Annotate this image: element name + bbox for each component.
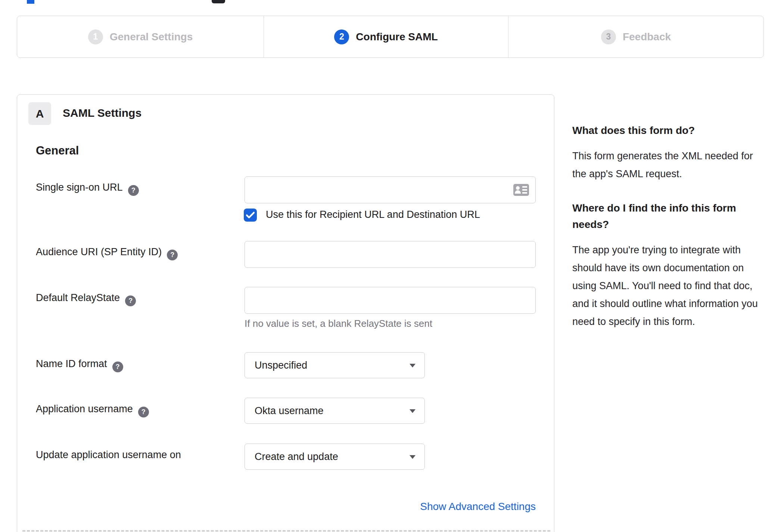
show-advanced-settings-link[interactable]: Show Advanced Settings [245,501,536,513]
help-icon[interactable]: ? [112,362,123,372]
application-username-label: Application username? [36,403,149,417]
cropped-blue-element [27,0,34,4]
sso-url-input-wrap [245,176,536,203]
default-relaystate-input[interactable] [245,287,536,314]
update-username-label: Update application username on [36,449,181,461]
relaystate-hint: If no value is set, a blank RelayState i… [245,318,432,329]
step-general-settings[interactable]: 1 General Settings [17,16,264,57]
cropped-dark-element [212,0,225,3]
default-relaystate-input-wrap [245,287,536,314]
section-a-badge: A [28,102,51,125]
chevron-down-icon [410,409,416,413]
update-username-value: Create and update [255,451,338,463]
help-icon[interactable]: ? [125,295,136,306]
panel-title: SAML Settings [63,107,141,119]
help-icon[interactable]: ? [138,407,149,417]
section-divider-dashed [22,530,550,532]
chevron-down-icon [410,364,416,367]
step-feedback[interactable]: 3 Feedback [508,16,763,57]
sso-url-label: Single sign-on URL? [36,182,139,196]
sso-url-input[interactable] [245,176,536,203]
recipient-destination-checkbox[interactable] [244,209,257,222]
sidebar-body-1: This form generates the XML needed for t… [572,147,761,183]
name-id-format-select[interactable]: Unspecified [245,352,425,378]
step-2-label: Configure SAML [356,31,438,43]
audience-uri-label: Audience URI (SP Entity ID)? [36,246,178,260]
application-username-value: Okta username [255,405,324,417]
step-3-label: Feedback [623,31,671,43]
help-sidebar: What does this form do? This form genera… [572,122,761,331]
chevron-down-icon [410,455,416,459]
sidebar-heading-1: What does this form do? [572,122,761,139]
checkmark-icon [246,212,255,219]
step-configure-saml[interactable]: 2 Configure SAML [264,16,508,57]
application-username-select[interactable]: Okta username [245,398,425,424]
general-section-title: General [36,144,79,157]
wizard-stepper: 1 General Settings 2 Configure SAML 3 Fe… [17,16,764,58]
help-icon[interactable]: ? [128,185,139,196]
step-3-number: 3 [601,29,616,44]
name-id-format-label: Name ID format? [36,358,123,372]
name-id-format-value: Unspecified [255,360,307,371]
audience-uri-input[interactable] [245,241,536,268]
audience-uri-input-wrap [245,241,536,268]
sidebar-body-2: The app you're trying to integrate with … [572,241,761,331]
saml-settings-panel: A SAML Settings General Single sign-on U… [17,94,554,532]
help-icon[interactable]: ? [167,250,178,260]
default-relaystate-label: Default RelayState? [36,292,136,306]
update-username-select[interactable]: Create and update [245,444,425,470]
step-1-label: General Settings [110,31,193,43]
recipient-destination-checkbox-label[interactable]: Use this for Recipient URL and Destinati… [266,209,480,220]
step-2-number: 2 [334,29,349,44]
sidebar-heading-2: Where do I find the info this form needs… [572,200,761,233]
step-1-number: 1 [88,29,103,44]
contact-card-icon [513,184,529,196]
